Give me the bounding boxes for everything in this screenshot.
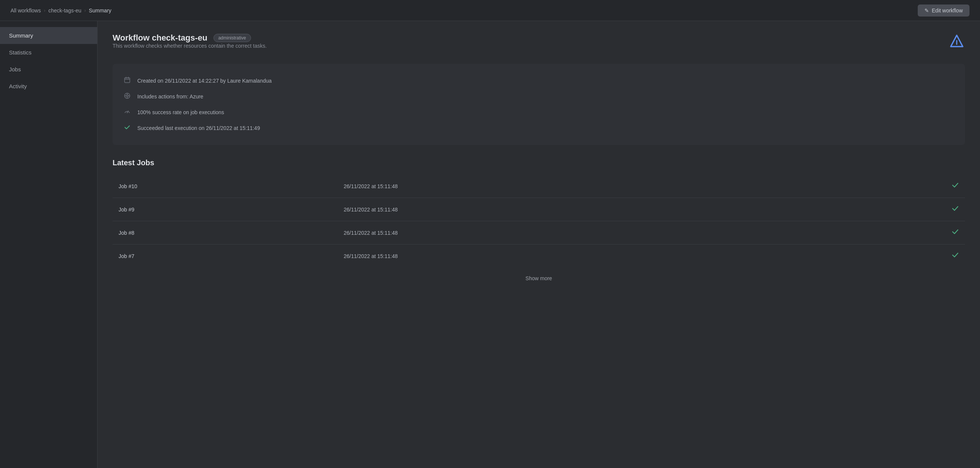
- workflow-badge: administrative: [213, 34, 251, 42]
- workflow-header: Workflow check-tags-eu administrative Th…: [113, 33, 965, 59]
- show-more-button[interactable]: Show more: [526, 275, 552, 281]
- info-row-success-rate: 100% success rate on job executions: [123, 104, 955, 120]
- job-status: [822, 221, 965, 244]
- sidebar-item-summary[interactable]: Summary: [0, 27, 97, 44]
- job-status: [822, 244, 965, 268]
- jobs-table: Job #10 26/11/2022 at 15:11:48 Job #9 26…: [113, 175, 965, 267]
- success-rate-text: 100% success rate on job executions: [137, 109, 224, 115]
- info-row-created: Created on 26/11/2022 at 14:22:27 by Lau…: [123, 73, 955, 89]
- actions-text: Includes actions from: Azure: [137, 94, 204, 99]
- workflow-title-row: Workflow check-tags-eu administrative: [113, 33, 267, 43]
- breadcrumb-all-workflows[interactable]: All workflows: [11, 8, 41, 14]
- arca-logo-icon: [948, 33, 965, 50]
- breadcrumb-sep-2: ›: [84, 8, 86, 13]
- last-execution-text: Succeeded last execution on 26/11/2022 a…: [137, 125, 260, 131]
- calendar-icon: [123, 77, 131, 85]
- main-layout: Summary Statistics Jobs Activity Workflo…: [0, 21, 980, 468]
- edit-workflow-button[interactable]: ✎ Edit workflow: [918, 5, 969, 16]
- svg-rect-2: [124, 78, 130, 83]
- table-row[interactable]: Job #10 26/11/2022 at 15:11:48: [113, 175, 965, 198]
- gauge-icon: [123, 108, 131, 117]
- success-check-icon: [123, 124, 131, 132]
- table-row[interactable]: Job #8 26/11/2022 at 15:11:48: [113, 221, 965, 244]
- job-name: Job #10: [113, 175, 338, 198]
- info-row-last-execution: Succeeded last execution on 26/11/2022 a…: [123, 120, 955, 136]
- sidebar-item-activity[interactable]: Activity: [0, 78, 97, 95]
- top-bar: All workflows › check-tags-eu › Summary …: [0, 0, 980, 21]
- actions-icon: [123, 93, 131, 101]
- svg-point-7: [126, 95, 128, 97]
- sidebar-item-statistics[interactable]: Statistics: [0, 44, 97, 61]
- sidebar-jobs-label: Jobs: [9, 66, 21, 72]
- job-date: 26/11/2022 at 15:11:48: [338, 198, 822, 221]
- job-status: [822, 198, 965, 221]
- job-name: Job #7: [113, 244, 338, 268]
- job-date: 26/11/2022 at 15:11:48: [338, 244, 822, 268]
- job-date: 26/11/2022 at 15:11:48: [338, 175, 822, 198]
- info-row-actions: Includes actions from: Azure: [123, 89, 955, 104]
- job-date: 26/11/2022 at 15:11:48: [338, 221, 822, 244]
- breadcrumb-workflow-name[interactable]: check-tags-eu: [48, 8, 81, 14]
- info-card: Created on 26/11/2022 at 14:22:27 by Lau…: [113, 64, 965, 145]
- breadcrumb: All workflows › check-tags-eu › Summary: [11, 8, 111, 14]
- table-row[interactable]: Job #7 26/11/2022 at 15:11:48: [113, 244, 965, 268]
- svg-point-13: [127, 112, 127, 113]
- edit-icon: ✎: [924, 8, 929, 14]
- breadcrumb-current: Summary: [89, 8, 111, 14]
- job-check-icon: [951, 205, 959, 212]
- created-text: Created on 26/11/2022 at 14:22:27 by Lau…: [137, 78, 272, 84]
- latest-jobs-section: Latest Jobs Job #10 26/11/2022 at 15:11:…: [113, 158, 965, 289]
- job-name: Job #9: [113, 198, 338, 221]
- sidebar-statistics-label: Statistics: [9, 49, 32, 56]
- main-content: Workflow check-tags-eu administrative Th…: [97, 21, 980, 468]
- show-more-row: Show more: [113, 267, 965, 289]
- sidebar-item-jobs[interactable]: Jobs: [0, 61, 97, 78]
- job-check-icon: [951, 251, 959, 259]
- sidebar-summary-label: Summary: [9, 32, 33, 39]
- edit-workflow-label: Edit workflow: [932, 8, 963, 14]
- breadcrumb-sep-1: ›: [44, 8, 45, 13]
- sidebar: Summary Statistics Jobs Activity: [0, 21, 97, 468]
- job-status: [822, 175, 965, 198]
- latest-jobs-title: Latest Jobs: [113, 158, 965, 167]
- job-name: Job #8: [113, 221, 338, 244]
- table-row[interactable]: Job #9 26/11/2022 at 15:11:48: [113, 198, 965, 221]
- job-check-icon: [951, 181, 959, 189]
- workflow-description: This workflow checks whether resources c…: [113, 43, 267, 49]
- workflow-title: Workflow check-tags-eu: [113, 33, 207, 43]
- job-check-icon: [951, 228, 959, 235]
- sidebar-activity-label: Activity: [9, 83, 27, 89]
